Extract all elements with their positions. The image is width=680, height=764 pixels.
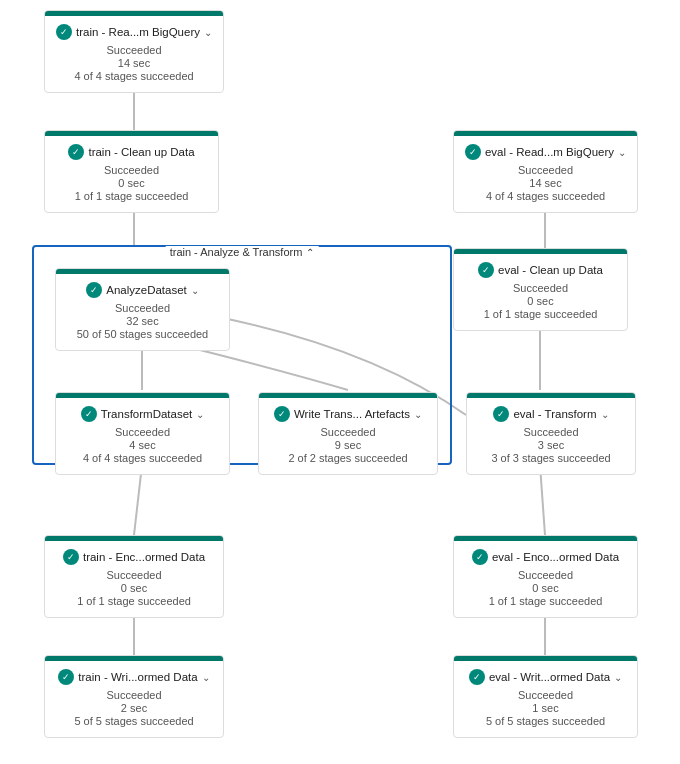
node-status: Succeeded [66,426,219,438]
node-title: train - Clean up Data [88,146,194,158]
node-status: Succeeded [464,164,627,176]
chevron-down-icon[interactable]: ⌄ [191,285,199,296]
node-time: 4 sec [66,439,219,451]
chevron-down-icon[interactable]: ⌄ [202,672,210,683]
check-icon: ✓ [493,406,509,422]
node-status: Succeeded [464,569,627,581]
node-status: Succeeded [464,282,617,294]
node-title: TransformDataset [101,408,193,420]
check-icon: ✓ [465,144,481,160]
node-stages: 5 of 5 stages succeeded [464,715,627,727]
eval-enc-data-node: ✓ eval - Enco...ormed Data Succeeded 0 s… [453,535,638,618]
check-icon: ✓ [86,282,102,298]
node-stages: 1 of 1 stage succeeded [55,190,208,202]
eval-cleanup-node: ✓ eval - Clean up Data Succeeded 0 sec 1… [453,248,628,331]
node-title: train - Rea...m BigQuery [76,26,200,38]
node-time: 2 sec [55,702,213,714]
node-time: 0 sec [55,177,208,189]
node-status: Succeeded [55,164,208,176]
pipeline-canvas: train - Analyze & Transform ⌃ ✓ train - … [0,0,680,764]
check-icon: ✓ [68,144,84,160]
chevron-down-icon[interactable]: ⌄ [196,409,204,420]
group-chevron-up-icon[interactable]: ⌃ [306,247,314,258]
node-stages: 1 of 1 stage succeeded [55,595,213,607]
node-time: 0 sec [464,582,627,594]
node-status: Succeeded [55,689,213,701]
node-title: eval - Read...m BigQuery [485,146,614,158]
node-status: Succeeded [269,426,427,438]
node-stages: 4 of 4 stages succeeded [66,452,219,464]
check-icon: ✓ [472,549,488,565]
eval-transform-node: ✓ eval - Transform ⌄ Succeeded 3 sec 3 o… [466,392,636,475]
check-icon: ✓ [274,406,290,422]
chevron-down-icon[interactable]: ⌄ [614,672,622,683]
node-status: Succeeded [477,426,625,438]
check-icon: ✓ [63,549,79,565]
write-trans-artefacts-node: ✓ Write Trans... Artefacts ⌄ Succeeded 9… [258,392,438,475]
node-time: 0 sec [464,295,617,307]
node-stages: 2 of 2 stages succeeded [269,452,427,464]
node-stages: 1 of 1 stage succeeded [464,595,627,607]
train-read-bq-node: ✓ train - Rea...m BigQuery ⌄ Succeeded 1… [44,10,224,93]
check-icon: ✓ [478,262,494,278]
check-icon: ✓ [469,669,485,685]
node-time: 1 sec [464,702,627,714]
node-stages: 50 of 50 stages succeeded [66,328,219,340]
train-enc-data-node: ✓ train - Enc...ormed Data Succeeded 0 s… [44,535,224,618]
node-title: train - Enc...ormed Data [83,551,205,563]
group-label: train - Analyze & Transform ⌃ [166,246,319,258]
analyze-dataset-node: ✓ AnalyzeDataset ⌄ Succeeded 32 sec 50 o… [55,268,230,351]
node-title: Write Trans... Artefacts [294,408,410,420]
group-label-text: train - Analyze & Transform [170,246,303,258]
chevron-down-icon[interactable]: ⌄ [204,27,212,38]
node-title: AnalyzeDataset [106,284,187,296]
train-cleanup-node: ✓ train - Clean up Data Succeeded 0 sec … [44,130,219,213]
node-title: eval - Clean up Data [498,264,603,276]
node-title: eval - Writ...ormed Data [489,671,610,683]
node-status: Succeeded [55,569,213,581]
eval-writ-data-node: ✓ eval - Writ...ormed Data ⌄ Succeeded 1… [453,655,638,738]
chevron-down-icon[interactable]: ⌄ [414,409,422,420]
node-time: 0 sec [55,582,213,594]
node-time: 14 sec [55,57,213,69]
check-icon: ✓ [81,406,97,422]
node-stages: 5 of 5 stages succeeded [55,715,213,727]
node-title: train - Wri...ormed Data [78,671,197,683]
node-title: eval - Transform [513,408,596,420]
eval-read-bq-node: ✓ eval - Read...m BigQuery ⌄ Succeeded 1… [453,130,638,213]
chevron-down-icon[interactable]: ⌄ [618,147,626,158]
node-title: eval - Enco...ormed Data [492,551,619,563]
node-stages: 4 of 4 stages succeeded [55,70,213,82]
node-stages: 4 of 4 stages succeeded [464,190,627,202]
node-status: Succeeded [464,689,627,701]
check-icon: ✓ [58,669,74,685]
svg-line-4 [134,465,142,535]
node-stages: 3 of 3 stages succeeded [477,452,625,464]
check-icon: ✓ [56,24,72,40]
transform-dataset-node: ✓ TransformDataset ⌄ Succeeded 4 sec 4 o… [55,392,230,475]
node-time: 9 sec [269,439,427,451]
train-wri-data-node: ✓ train - Wri...ormed Data ⌄ Succeeded 2… [44,655,224,738]
node-status: Succeeded [55,44,213,56]
node-status: Succeeded [66,302,219,314]
node-time: 14 sec [464,177,627,189]
svg-line-5 [540,465,545,535]
node-time: 32 sec [66,315,219,327]
node-stages: 1 of 1 stage succeeded [464,308,617,320]
node-time: 3 sec [477,439,625,451]
chevron-down-icon[interactable]: ⌄ [601,409,609,420]
